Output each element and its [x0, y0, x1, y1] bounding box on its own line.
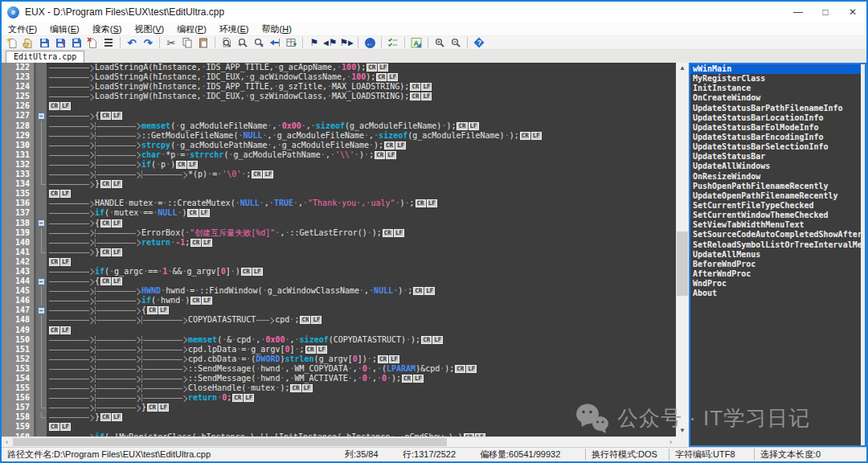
vertical-scrollbar[interactable]: ▲ ▼: [676, 63, 689, 447]
symbol-item-WndProc[interactable]: WndProc: [690, 279, 865, 289]
view-symbols-button[interactable]: [385, 36, 401, 49]
code-text[interactable]: LoadStringA(hInstance,·IDC_EUX,·g_acWind…: [47, 72, 676, 82]
code-text[interactable]: *(p)·=·'\0'·;CRLF: [47, 170, 676, 179]
fold-margin[interactable]: −: [36, 277, 47, 286]
code-text[interactable]: ::GetModuleFileName(·NULL·,·g_acModuleFi…: [47, 131, 676, 141]
symbol-item-About[interactable]: About: [690, 289, 865, 298]
minimize-button[interactable]: —: [784, 2, 812, 23]
menu-item-4[interactable]: 编程(P): [170, 23, 213, 35]
symbol-item-UpdateStatusBarLocationInfo[interactable]: UpdateStatusBarLocationInfo: [690, 113, 865, 123]
open-file-button[interactable]: [20, 36, 36, 49]
code-text[interactable]: return·0;CRLF: [47, 393, 676, 403]
menu-item-3[interactable]: 视图(V): [128, 23, 170, 35]
menu-item-1[interactable]: 编辑(E): [43, 23, 86, 35]
code-text[interactable]: {CRLF: [47, 111, 676, 121]
code-text[interactable]: memset(·&·cpd·,·0x00·,·sizeof(COPYDATAST…: [47, 335, 676, 345]
code-text[interactable]: CloseHandle(·mutex·);CRLF: [47, 383, 676, 393]
code-text[interactable]: COPYDATASTRUCTcpd·;CRLF: [47, 315, 676, 325]
code-text[interactable]: }CRLF: [47, 179, 676, 189]
code-text[interactable]: HWND·hwnd·=·::FindWindow(·g_acWindowClas…: [47, 286, 676, 296]
code-text[interactable]: {CRLF: [47, 305, 676, 315]
paste-button[interactable]: [195, 36, 211, 49]
symbol-item-UpdateStatusBar[interactable]: UpdateStatusBar: [690, 152, 865, 162]
menu-item-2[interactable]: 搜索(S): [86, 23, 129, 35]
fold-margin[interactable]: −: [36, 305, 47, 315]
symbol-item-AfterWndProc[interactable]: AfterWndProc: [690, 269, 865, 279]
undo-button[interactable]: ↶: [124, 36, 140, 49]
code-text[interactable]: CRLF: [47, 189, 676, 199]
symbol-item-PushOpenPathFilenameRecently[interactable]: PushOpenPathFilenameRecently: [690, 182, 865, 191]
code-text[interactable]: char·*p·=·strrchr(·g_acModulePathName·,·…: [47, 150, 676, 160]
code-text[interactable]: CRLF: [47, 422, 676, 432]
code-text[interactable]: ErrorBox(·"创建互斥量失败[%d]"·,·::GetLastError…: [47, 228, 676, 238]
code-text[interactable]: strcpy(·g_acModulePathName·,·g_acModuleF…: [47, 141, 676, 150]
code-text[interactable]: ::SendMessage(·hwnd·,·WM_COPYDATA·,·0·,·…: [47, 364, 676, 374]
find-prev-button[interactable]: [235, 36, 251, 49]
horizontal-scrollbar[interactable]: ‹ ›: [2, 436, 676, 447]
file-list-button[interactable]: [100, 36, 117, 49]
symbol-item-wWinMain[interactable]: wWinMain: [690, 64, 865, 74]
code-text[interactable]: }CRLF: [47, 248, 676, 257]
copy-button[interactable]: [179, 36, 195, 49]
code-text[interactable]: CRLF: [47, 326, 676, 335]
symbol-item-OnCreateWindow[interactable]: OnCreateWindow: [690, 93, 865, 103]
about-button[interactable]: ?: [471, 36, 487, 49]
syntax-color-button[interactable]: A: [408, 36, 424, 49]
scroll-up-icon[interactable]: ▲: [676, 63, 689, 74]
code-text[interactable]: return·-1;CRLF: [47, 238, 676, 248]
find-button[interactable]: [219, 36, 235, 49]
symbol-item-SetReloadSymbolListOrTreeIntervalMe[interactable]: SetReloadSymbolListOrTreeIntervalMe: [690, 240, 865, 250]
new-file-button[interactable]: [4, 36, 20, 49]
maximize-button[interactable]: □: [812, 2, 839, 23]
code-text[interactable]: if(·g_argc·==·1·&&·g_argv[0]·)CRLF: [47, 267, 676, 277]
symbol-item-MyRegisterClass[interactable]: MyRegisterClass: [690, 74, 865, 84]
menu-item-5[interactable]: 环境(E): [213, 23, 256, 35]
zoom-in-button[interactable]: [432, 36, 448, 49]
save-file-button[interactable]: [36, 36, 52, 49]
code-text[interactable]: }CRLF: [47, 403, 676, 412]
code-editor[interactable]: 122LoadStringA(hInstance,·IDS_APP_TITLE,…: [2, 63, 676, 436]
symbol-item-BeforeWndProc[interactable]: BeforeWndProc: [690, 260, 865, 269]
bookmark-prev-button[interactable]: ◀⚑: [322, 36, 338, 49]
code-text[interactable]: if(·p·)CRLF: [47, 160, 676, 170]
code-text[interactable]: HANDLE·mutex·=·::CreateMutex(·NULL·,·TRU…: [47, 199, 676, 208]
menu-item-6[interactable]: 帮助(H): [256, 23, 298, 35]
code-text[interactable]: {CRLF: [47, 277, 676, 286]
code-text[interactable]: cpd.lpData·=·g_argv[0]·;CRLF: [47, 345, 676, 354]
code-text[interactable]: }CRLF: [47, 412, 676, 422]
fold-margin[interactable]: −: [36, 219, 47, 228]
scroll-left-icon[interactable]: ‹: [2, 437, 12, 447]
symbols-scrollbar[interactable]: [861, 64, 865, 445]
find-next-button[interactable]: [251, 36, 267, 49]
horizontal-scroll-thumb[interactable]: [13, 438, 447, 446]
goto-line-button[interactable]: [267, 36, 283, 49]
symbol-item-UpdateAllWindows[interactable]: UpdateAllWindows: [690, 162, 865, 171]
cut-button[interactable]: ✂: [163, 36, 179, 49]
code-text[interactable]: LoadStringW(hInstance,·IDS_APP_TITLE,·g_…: [47, 82, 676, 92]
code-text[interactable]: if(·mutex·==·NULL·)CRLF: [47, 208, 676, 218]
redo-button[interactable]: ↷: [140, 36, 156, 49]
symbol-item-UpdateStatusBarEolModeInfo[interactable]: UpdateStatusBarEolModeInfo: [690, 123, 865, 133]
save-file-as-button[interactable]: [52, 36, 68, 49]
code-text[interactable]: {CRLF: [47, 219, 676, 228]
code-text[interactable]: LoadStringW(hInstance,·IDC_EUX,·g_szWind…: [47, 92, 676, 101]
symbol-item-UpdateStatusBarEncodingInfo[interactable]: UpdateStatusBarEncodingInfo: [690, 133, 865, 142]
symbol-item-SetViewTabWidthMenuText[interactable]: SetViewTabWidthMenuText: [690, 220, 865, 230]
symbol-item-UpdateOpenPathFilenameRecently[interactable]: UpdateOpenPathFilenameRecently: [690, 191, 865, 201]
scroll-down-icon[interactable]: ▼: [676, 425, 689, 436]
tab-editultra-cpp[interactable]: EditUltra.cpp: [6, 51, 84, 63]
save-all-button[interactable]: [68, 36, 84, 49]
code-text[interactable]: ::SendMessage(·hwnd·,·WM_ACTIVATE·,·0·,·…: [47, 374, 676, 383]
code-text[interactable]: CRLF: [47, 101, 676, 111]
symbol-item-SetCurrentFileTypeChecked[interactable]: SetCurrentFileTypeChecked: [690, 201, 865, 211]
replace-grid-button[interactable]: [283, 36, 299, 49]
symbol-item-SetCurrentWindowThemeChecked[interactable]: SetCurrentWindowThemeChecked: [690, 211, 865, 220]
vertical-scroll-track[interactable]: ▲ ▼: [676, 63, 689, 436]
bookmark-next-button[interactable]: ⚑▶: [338, 36, 354, 49]
symbol-item-SetSourceCodeAutoCompletedShowAfter[interactable]: SetSourceCodeAutoCompletedShowAfter: [690, 230, 865, 240]
code-text[interactable]: if(·hwnd·)CRLF: [47, 296, 676, 305]
close-button[interactable]: ✕: [839, 2, 866, 23]
close-file-button[interactable]: [84, 36, 100, 49]
menu-item-0[interactable]: 文件(F): [2, 23, 43, 35]
symbol-item-InitInstance[interactable]: InitInstance: [690, 84, 865, 93]
